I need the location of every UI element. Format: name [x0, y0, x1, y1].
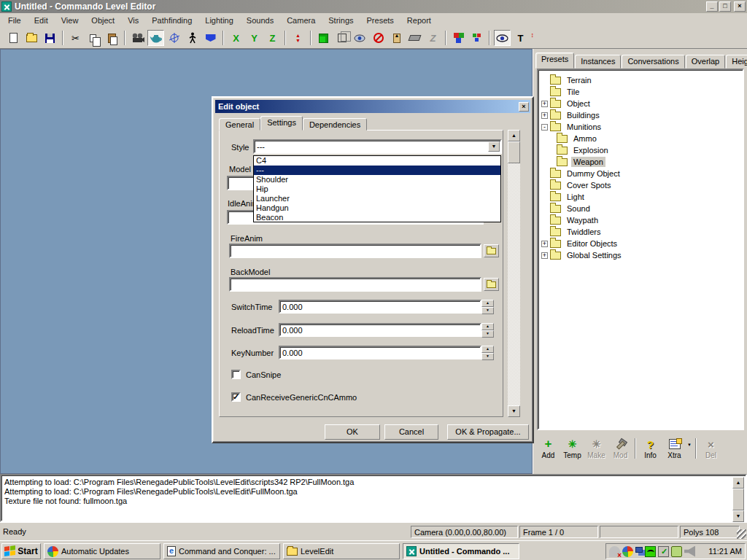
- del-button[interactable]: ×Del: [699, 437, 723, 459]
- menu-object[interactable]: Object: [85, 14, 121, 27]
- tree-item-explosion[interactable]: Explosion: [541, 144, 741, 156]
- update-check-icon[interactable]: [658, 546, 669, 557]
- tab-general[interactable]: General: [219, 118, 260, 131]
- menu-edit[interactable]: Edit: [28, 14, 55, 27]
- scroll-up-icon[interactable]: ▲: [508, 130, 520, 141]
- tab-instances[interactable]: Instances: [575, 55, 621, 69]
- menu-vis[interactable]: Vis: [121, 14, 145, 27]
- eye-toggle-icon[interactable]: [494, 30, 511, 46]
- fireanim-field[interactable]: [229, 244, 481, 258]
- solid-cube-icon[interactable]: [315, 30, 332, 46]
- task-leveledit-folder[interactable]: LevelEdit: [283, 543, 400, 559]
- new-document-icon[interactable]: [5, 30, 22, 46]
- tree-item-ammo[interactable]: Ammo: [541, 133, 741, 144]
- spin-up-icon[interactable]: ▲: [481, 346, 494, 353]
- windows-update-icon[interactable]: [622, 546, 633, 557]
- tab-dependencies[interactable]: Dependencies: [303, 118, 367, 131]
- small-cubes-icon[interactable]: [468, 30, 485, 46]
- tab-settings[interactable]: Settings: [260, 116, 303, 131]
- character-icon[interactable]: [184, 30, 201, 46]
- option-hip[interactable]: Hip: [254, 184, 500, 194]
- spin-down-icon[interactable]: ▼: [481, 330, 494, 338]
- tree-item-tile[interactable]: Tile: [541, 86, 741, 98]
- mod-button[interactable]: Mod: [608, 437, 632, 459]
- fireanim-browse-button[interactable]: [484, 244, 499, 257]
- axis-x-icon[interactable]: X: [228, 30, 244, 46]
- wire-cube-icon[interactable]: [333, 30, 350, 46]
- close-button[interactable]: ×: [734, 1, 746, 12]
- tab-overlap[interactable]: Overlap: [686, 55, 726, 69]
- render-teapot-icon[interactable]: [147, 30, 164, 46]
- rgb-cubes-icon[interactable]: [450, 30, 467, 46]
- stamp-icon[interactable]: [388, 30, 405, 46]
- keynumber-field[interactable]: 0.000: [279, 346, 481, 359]
- offline-user-icon[interactable]: [609, 546, 620, 557]
- tree-item-editor-objects[interactable]: +Editor Objects: [541, 238, 741, 249]
- menu-presets[interactable]: Presets: [360, 14, 400, 27]
- axis-z-icon[interactable]: Z: [264, 30, 281, 46]
- tree-item-twiddlers[interactable]: Twiddlers: [541, 226, 741, 238]
- task-commando-editor[interactable]: Untitled - Commando ...: [403, 543, 519, 559]
- style-combobox[interactable]: --- ▼: [253, 139, 502, 154]
- tree-item-waypath[interactable]: Waypath: [541, 214, 741, 226]
- reloadtime-spinner[interactable]: ▲▼: [481, 323, 494, 338]
- wireless-signal-icon[interactable]: [645, 546, 656, 557]
- menu-file[interactable]: File: [1, 14, 28, 27]
- tree-item-light[interactable]: Light: [541, 191, 741, 203]
- cancel-button[interactable]: Cancel: [384, 424, 438, 440]
- add-button[interactable]: +Add: [536, 437, 560, 459]
- menu-view[interactable]: View: [55, 14, 85, 27]
- xtra-button[interactable]: Xtra: [662, 437, 686, 459]
- menu-lighting[interactable]: Lighting: [198, 14, 240, 27]
- tag-icon[interactable]: [671, 546, 682, 557]
- scrollbar-thumb[interactable]: [508, 141, 520, 163]
- menu-sounds[interactable]: Sounds: [240, 14, 280, 27]
- axis-y-icon[interactable]: Y: [246, 30, 263, 46]
- option-handgun[interactable]: Handgun: [254, 203, 500, 213]
- tree-item-terrain[interactable]: Terrain: [541, 74, 741, 86]
- visibility-eye-icon[interactable]: [352, 30, 368, 46]
- option-shoulder[interactable]: Shoulder: [254, 175, 500, 184]
- tree-item-weapon[interactable]: Weapon: [541, 156, 741, 168]
- reloadtime-field[interactable]: 0.000: [279, 323, 481, 337]
- ok-button[interactable]: OK: [325, 424, 380, 440]
- save-icon[interactable]: [42, 30, 58, 46]
- spin-down-icon[interactable]: ▼: [481, 353, 494, 360]
- tree-item-dummy-object[interactable]: Dummy Object: [541, 168, 741, 179]
- keynumber-spinner[interactable]: ▲▼: [481, 346, 494, 360]
- volume-icon[interactable]: [684, 546, 695, 557]
- info-button[interactable]: ?Info: [638, 437, 662, 459]
- spin-down-icon[interactable]: ▼: [481, 307, 494, 314]
- tree-item-buildings[interactable]: +Buildings: [541, 109, 741, 121]
- scroll-down-icon[interactable]: ▼: [508, 405, 520, 417]
- make-button[interactable]: ✳Make: [584, 437, 608, 459]
- scroll-down-icon[interactable]: ▼: [732, 510, 744, 522]
- temp-button[interactable]: ✳Temp: [560, 437, 584, 459]
- tab-conversations[interactable]: Conversations: [622, 55, 684, 69]
- menu-report[interactable]: Report: [400, 14, 438, 27]
- log-scrollbar[interactable]: ▲ ▼: [732, 477, 744, 519]
- maximize-button[interactable]: □: [719, 1, 731, 12]
- task-command-and-conquer[interactable]: Command and Conquer: ...: [163, 543, 280, 559]
- flag-icon[interactable]: [202, 30, 219, 46]
- tree-item-object[interactable]: +Object: [541, 98, 741, 109]
- open-file-icon[interactable]: [23, 30, 40, 46]
- dialog-close-button[interactable]: ×: [519, 102, 529, 112]
- tab-presets[interactable]: Presets: [535, 52, 574, 69]
- scrollbar-track[interactable]: [508, 163, 520, 405]
- move-vertical-icon[interactable]: ▲▼: [290, 30, 306, 46]
- dialog-scrollbar[interactable]: ▲ ▼: [508, 130, 520, 417]
- backmodel-browse-button[interactable]: [484, 278, 499, 291]
- tab-heightfield[interactable]: Heightfield: [726, 55, 747, 69]
- minimize-button[interactable]: _: [706, 1, 718, 12]
- menu-camera[interactable]: Camera: [280, 14, 322, 27]
- backmodel-field[interactable]: [229, 277, 481, 292]
- polygon-icon[interactable]: Z: [425, 30, 441, 46]
- copy-icon[interactable]: [85, 30, 102, 46]
- movie-camera-icon[interactable]: [129, 30, 146, 46]
- resize-grip[interactable]: [737, 529, 746, 539]
- axis-gizmo-icon[interactable]: [166, 30, 182, 46]
- spin-up-icon[interactable]: ▲: [481, 323, 494, 330]
- xtra-dropdown-arrow[interactable]: ▼: [687, 443, 692, 447]
- scrollbar-thumb[interactable]: [732, 489, 744, 510]
